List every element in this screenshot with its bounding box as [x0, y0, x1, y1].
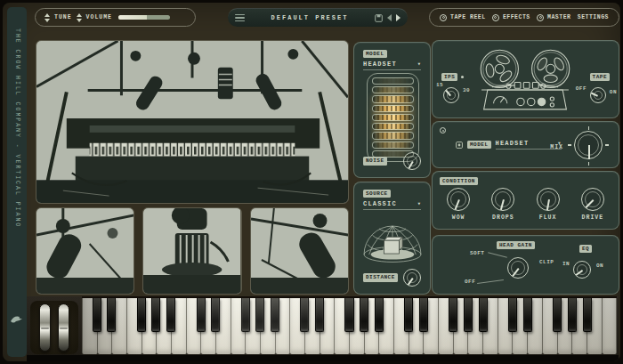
thumbnail-mic-left[interactable]	[36, 207, 134, 295]
condition-tag: CONDITION	[440, 177, 478, 185]
tune-stepper[interactable]	[44, 13, 50, 22]
mix-label: MIX	[550, 144, 563, 150]
drops-knob[interactable]	[491, 188, 514, 211]
flux-knob[interactable]	[537, 188, 560, 211]
wow-control: WOW	[447, 188, 470, 221]
black-key[interactable]	[360, 298, 368, 332]
black-key[interactable]	[255, 298, 264, 332]
reel-icon	[440, 14, 447, 21]
black-key[interactable]	[375, 298, 384, 332]
head-gain-tag: HEAD GAIN	[497, 241, 535, 249]
volume-down-icon[interactable]	[77, 19, 82, 22]
volume-stepper[interactable]	[77, 13, 82, 22]
black-key[interactable]	[344, 298, 353, 332]
tune-down-icon[interactable]	[44, 19, 50, 22]
black-key[interactable]	[93, 298, 101, 332]
model-select[interactable]: HEADSET ▾	[363, 61, 421, 70]
power-icon[interactable]	[440, 127, 446, 133]
preset-name[interactable]: DEFAULT PRESET	[245, 14, 375, 21]
black-key[interactable]	[449, 298, 457, 332]
tune-up-icon[interactable]	[44, 13, 50, 17]
head-gain-knob[interactable]	[507, 257, 529, 279]
black-key[interactable]	[479, 298, 488, 332]
ips-mark-30: 30	[463, 87, 470, 93]
chevron-down-icon: ▾	[417, 201, 421, 207]
tape-tag: TAPE	[590, 73, 610, 81]
noise-knob[interactable]	[403, 152, 421, 170]
source-panel: SOURCE CLASSIC ▾	[353, 182, 431, 295]
save-icon[interactable]	[375, 14, 383, 22]
meter-segment	[372, 142, 414, 149]
tape-knob[interactable]	[590, 87, 606, 103]
mix-knob[interactable]	[574, 131, 603, 159]
tab-tape-reel[interactable]: TAPE REEL	[440, 14, 486, 21]
drive-control: DRIVE	[581, 188, 604, 221]
ips-knob[interactable]	[443, 87, 459, 103]
tape-machine-panel: IPS 15 30 TAPE OFF ON	[432, 40, 619, 118]
condition-knobs: WOW DROPS FLUX DRIVE	[436, 188, 615, 221]
tab-settings[interactable]: SETTINGS	[578, 14, 609, 20]
next-preset-icon[interactable]	[396, 14, 400, 21]
head-gain-mark-soft: SOFT	[470, 250, 484, 256]
black-key[interactable]	[419, 298, 428, 332]
black-key[interactable]	[166, 298, 175, 332]
black-key[interactable]	[197, 298, 206, 332]
mix-row: MODEL HEADSET ▾	[456, 140, 562, 150]
black-key[interactable]	[300, 298, 309, 332]
tab-master[interactable]: MASTER	[537, 14, 570, 21]
wow-knob[interactable]	[447, 188, 470, 211]
head-gain-mark-clip: CLIP	[539, 259, 554, 265]
black-key[interactable]	[211, 298, 220, 332]
black-key[interactable]	[404, 298, 413, 332]
thumbnail-mic-center[interactable]	[142, 207, 241, 295]
mix-panel: MODEL HEADSET ▾ MIX	[432, 121, 619, 168]
drive-knob[interactable]	[581, 188, 604, 211]
prev-preset-icon[interactable]	[387, 14, 392, 21]
black-key[interactable]	[523, 298, 532, 332]
pitch-wheel[interactable]	[39, 303, 51, 352]
tape-machine-graphic	[449, 43, 602, 117]
black-key[interactable]	[568, 298, 577, 332]
ips-led	[461, 76, 464, 78]
eq-knob[interactable]	[573, 261, 591, 279]
piano-keyboard[interactable]	[82, 298, 617, 354]
black-key[interactable]	[553, 298, 562, 332]
mix-model-tag: MODEL	[467, 141, 491, 149]
brand-text: THE CROW HILL COMPANY - VERTICAL PIANO	[14, 28, 20, 228]
meter-segment	[372, 95, 414, 102]
black-key[interactable]	[464, 298, 473, 332]
black-key[interactable]	[508, 298, 517, 332]
white-key[interactable]	[603, 298, 618, 354]
tab-effects[interactable]: EFFECTS	[492, 14, 530, 21]
thumbnail-row	[36, 207, 349, 295]
mod-wheel[interactable]	[58, 303, 69, 352]
distance-knob[interactable]	[403, 269, 421, 287]
ips-tag: IPS	[441, 73, 457, 81]
source-select[interactable]: CLASSIC ▾	[363, 200, 421, 210]
tape-mark-on: ON	[610, 89, 617, 95]
black-key[interactable]	[107, 298, 116, 332]
plugin-window: THE CROW HILL COMPANY - VERTICAL PIANO T…	[0, 0, 623, 364]
drops-control: DROPS	[491, 188, 514, 221]
tune-volume-bar: TUNE VOLUME	[35, 8, 196, 27]
eq-tag: EQ	[579, 245, 592, 253]
gain-panel: HEAD GAIN SOFT CLIP OFF EQ IN ON	[432, 235, 619, 295]
preset-bar: DEFAULT PRESET	[228, 8, 408, 27]
distance-row: DISTANCE	[363, 269, 421, 287]
black-key[interactable]	[583, 298, 592, 332]
tape-mark-off: OFF	[576, 85, 587, 92]
black-key[interactable]	[271, 298, 279, 332]
thumbnail-mic-right[interactable]	[250, 207, 349, 295]
black-key[interactable]	[315, 298, 324, 332]
source-tag: SOURCE	[363, 190, 391, 198]
menu-icon[interactable]	[235, 14, 245, 22]
black-key[interactable]	[137, 298, 146, 332]
volume-up-icon[interactable]	[77, 13, 82, 17]
volume-slider[interactable]	[118, 15, 170, 20]
noise-row: NOISE	[363, 152, 421, 170]
tune-label: TUNE	[54, 14, 72, 20]
black-key[interactable]	[241, 298, 250, 332]
black-key[interactable]	[151, 298, 160, 332]
ips-mark-15: 15	[436, 82, 443, 88]
preset-controls	[375, 14, 400, 22]
